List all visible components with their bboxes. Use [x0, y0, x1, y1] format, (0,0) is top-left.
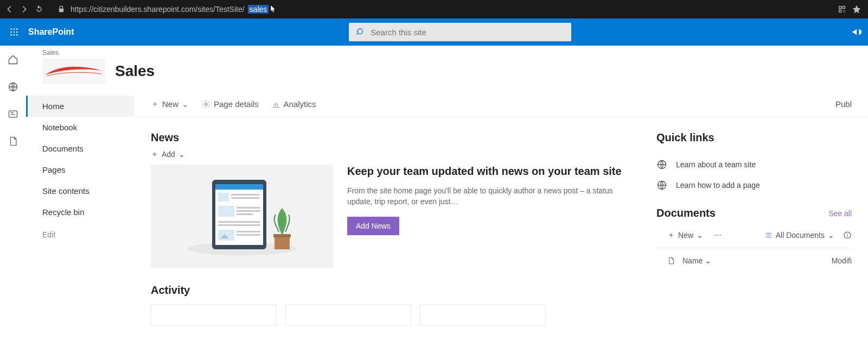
nav-pages[interactable]: Pages [26, 159, 134, 180]
search-icon [356, 28, 365, 36]
page-details-label: Page details [214, 99, 259, 109]
globe-icon [656, 180, 668, 191]
svg-rect-17 [231, 194, 259, 196]
svg-rect-21 [237, 210, 260, 212]
site-breadcrumb[interactable]: Sales [42, 49, 155, 56]
chevron-down-icon: ⌄ [697, 231, 703, 240]
reload-icon[interactable] [35, 5, 43, 14]
documents-new-label: New [678, 231, 693, 240]
new-label: New [162, 99, 178, 109]
nav-site-contents[interactable]: Site contents [26, 180, 134, 202]
nav-home[interactable]: Home [26, 96, 134, 117]
plus-icon: ＋ [151, 99, 159, 109]
list-icon [765, 231, 773, 239]
svg-point-2 [16, 28, 18, 30]
svg-rect-26 [237, 231, 260, 232]
svg-rect-19 [218, 206, 234, 217]
site-title: Sales [115, 62, 155, 80]
documents-section-title: Documents [656, 207, 716, 219]
svg-rect-20 [237, 207, 260, 209]
svg-rect-16 [218, 193, 229, 202]
search-input[interactable] [371, 28, 564, 37]
gear-icon [202, 100, 210, 109]
files-icon[interactable] [8, 136, 18, 147]
column-modified[interactable]: Modifi [832, 256, 852, 265]
site-header: Sales Sales [26, 46, 868, 91]
url-selection: sales [248, 5, 269, 14]
activity-card[interactable] [151, 304, 277, 326]
quicklinks-section-title: Quick links [656, 131, 852, 144]
back-icon[interactable] [4, 4, 14, 14]
news-section-title: News [151, 131, 624, 144]
info-icon[interactable] [843, 231, 852, 240]
chevron-down-icon: ⌄ [178, 150, 185, 159]
analytics-button[interactable]: Analytics [272, 99, 316, 109]
site-navigation: Home Notebook Documents Pages Site conte… [26, 91, 135, 340]
home-icon[interactable] [8, 54, 18, 65]
svg-point-0 [10, 28, 12, 30]
column-name[interactable]: Name ⌄ [682, 256, 711, 265]
svg-rect-23 [218, 221, 260, 223]
svg-point-11 [205, 103, 207, 105]
svg-rect-18 [231, 197, 259, 199]
search-box[interactable] [349, 23, 571, 41]
activity-card[interactable] [420, 304, 546, 326]
quicklink-learn-team-site[interactable]: Learn about a team site [656, 159, 852, 170]
quicklink-label: Learn about a team site [676, 160, 756, 169]
chevron-down-icon: ⌄ [705, 256, 711, 265]
address-bar[interactable]: https://citizenbuilders.sharepoint.com/s… [71, 5, 832, 14]
analytics-icon [272, 100, 280, 109]
documents-view-switcher[interactable]: All Documents ⌄ [765, 231, 834, 240]
forward-icon[interactable] [20, 4, 29, 14]
plus-icon: ＋ [667, 230, 675, 240]
nav-recycle-bin[interactable]: Recycle bin [26, 202, 134, 223]
activity-section-title: Activity [151, 284, 624, 297]
megaphone-icon[interactable] [852, 27, 863, 37]
nav-documents[interactable]: Documents [26, 138, 134, 159]
svg-point-3 [10, 32, 12, 33]
sharepoint-header: SharePoint [0, 18, 868, 46]
globe-icon[interactable] [8, 81, 18, 92]
news-add-button[interactable]: ＋ Add ⌄ [151, 149, 624, 159]
documents-more-icon[interactable]: ⋯ [714, 231, 722, 240]
documents-new-button[interactable]: ＋ New ⌄ [667, 230, 703, 240]
svg-rect-27 [237, 234, 260, 236]
svg-point-6 [10, 34, 12, 36]
qr-icon[interactable] [838, 5, 846, 14]
globe-icon [656, 159, 668, 170]
news-illustration [151, 165, 333, 268]
documents-view-label: All Documents [776, 231, 825, 240]
svg-rect-10 [9, 111, 17, 117]
lock-icon [58, 5, 65, 13]
add-news-button[interactable]: Add News [347, 217, 399, 235]
chevron-down-icon: ⌄ [828, 231, 834, 240]
news-add-label: Add [162, 150, 175, 159]
plus-icon: ＋ [151, 149, 158, 159]
app-title[interactable]: SharePoint [28, 27, 74, 37]
chevron-down-icon: ⌄ [182, 99, 189, 109]
nav-edit-link[interactable]: Edit [26, 223, 134, 247]
browser-chrome: https://citizenbuilders.sharepoint.com/s… [0, 0, 868, 18]
documents-command-bar: ＋ New ⌄ ⋯ All Documents [656, 227, 852, 248]
news-icon[interactable] [8, 109, 18, 119]
cursor-icon [271, 5, 276, 13]
activity-card[interactable] [285, 304, 411, 326]
quicklink-add-page[interactable]: Learn how to add a page [656, 180, 852, 191]
bookmark-star-icon[interactable] [852, 4, 861, 14]
documents-see-all-link[interactable]: See all [828, 209, 852, 218]
news-headline: Keep your team updated with news on your… [347, 165, 624, 178]
file-icon [667, 256, 675, 266]
svg-point-4 [14, 32, 15, 33]
svg-rect-25 [218, 230, 234, 241]
new-button[interactable]: ＋ New ⌄ [151, 99, 189, 109]
site-logo[interactable] [42, 59, 105, 84]
svg-point-1 [14, 28, 15, 30]
app-launcher-icon[interactable] [5, 23, 23, 41]
publish-button[interactable]: Publ [835, 99, 852, 109]
news-description: From the site home page you'll be able t… [347, 186, 624, 207]
url-prefix: https://citizenbuilders.sharepoint.com/s… [71, 5, 245, 14]
documents-column-header: Name ⌄ Modifi [656, 248, 852, 266]
nav-notebook[interactable]: Notebook [26, 117, 134, 138]
page-details-button[interactable]: Page details [202, 99, 259, 109]
quicklink-label: Learn how to add a page [676, 181, 760, 190]
